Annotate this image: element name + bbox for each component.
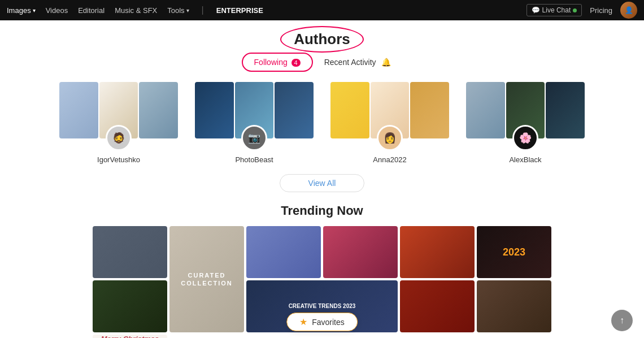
igor-name: IgorVetushko [97, 155, 140, 164]
nav-images-label: Images [7, 6, 31, 15]
anna-avatar: 👩 [377, 125, 403, 151]
author-images-alex: 🌸 [466, 82, 585, 138]
main-content: Authors Following 4 Recent Activity 🔔 🧔 … [0, 20, 644, 338]
author-images-igor: 🧔 [59, 82, 178, 138]
author-card-anna2022[interactable]: 👩 Anna2022 [330, 82, 449, 164]
bell-icon: 🔔 [381, 58, 391, 67]
favorites-bar[interactable]: ★ Favorites [286, 313, 358, 331]
pb-avatar: 📷 [241, 125, 267, 151]
navbar: Images ▾ Videos Editorial Music & SFX To… [0, 0, 644, 20]
nav-videos[interactable]: Videos [46, 6, 68, 15]
pb-img-1 [195, 82, 234, 138]
live-chat-button[interactable]: 💬 Live Chat [526, 4, 582, 16]
view-all-button[interactable]: View All [280, 174, 365, 192]
trending-pinecone[interactable] [477, 280, 551, 332]
author-card-photobeast[interactable]: 📷 PhotoBeast [195, 82, 314, 164]
following-badge: 4 [291, 59, 301, 67]
page-title: Authors [282, 29, 362, 49]
trending-santa2[interactable] [400, 280, 475, 332]
curated-text: CURATEDCOLLECTION [181, 271, 233, 288]
nav-left: Images ▾ Videos Editorial Music & SFX To… [7, 5, 263, 15]
live-chat-label: Live Chat [542, 6, 571, 14]
nav-enterprise[interactable]: ENTERPRISE [216, 6, 263, 15]
trending-redlight[interactable] [323, 226, 398, 278]
trending-wreath[interactable] [93, 280, 167, 332]
authors-title-wrap: Authors [282, 29, 362, 49]
tabs-row: Following 4 Recent Activity 🔔 [242, 53, 403, 72]
alex-img-1 [466, 82, 505, 138]
authors-grid: 🧔 IgorVetushko 📷 PhotoBeast 👩 Anna2022 [59, 82, 585, 164]
tab-following[interactable]: Following 4 [242, 53, 313, 72]
author-images-anna: 👩 [330, 82, 449, 138]
up-arrow-icon: ↑ [620, 315, 624, 326]
author-card-alexblack[interactable]: 🌸 AlexBlack [466, 82, 585, 164]
tools-chevron-icon: ▾ [186, 7, 189, 14]
anna-img-3 [410, 82, 449, 138]
trending-2023[interactable]: 2023 [477, 226, 551, 278]
alex-img-3 [546, 82, 585, 138]
year-label: 2023 [503, 246, 525, 258]
following-label: Following [254, 58, 288, 67]
alex-name: AlexBlack [509, 155, 541, 164]
trending-couple[interactable] [93, 226, 167, 278]
nav-divider: | [202, 5, 204, 15]
pb-img-3 [275, 82, 314, 138]
igor-avatar: 🧔 [106, 125, 132, 151]
author-card-igorvetushko[interactable]: 🧔 IgorVetushko [59, 82, 178, 164]
nav-right: 💬 Live Chat Pricing 👤 [526, 2, 637, 19]
tab-recent-activity[interactable]: Recent Activity 🔔 [313, 54, 403, 71]
trending-title: Trending Now [93, 203, 551, 218]
alex-avatar: 🌸 [512, 125, 538, 151]
trends-text: CREATIVE TRENDS 2023 [289, 302, 356, 310]
igor-img-1 [59, 82, 98, 138]
recent-activity-label: Recent Activity [324, 58, 376, 67]
nav-music-label: Music & SFX [115, 6, 157, 15]
images-chevron-icon: ▾ [33, 7, 36, 14]
trending-santa[interactable] [400, 226, 475, 278]
author-images-pb: 📷 [195, 82, 314, 138]
user-avatar[interactable]: 👤 [620, 2, 637, 19]
pricing-link[interactable]: Pricing [590, 6, 612, 15]
anna-img-1 [330, 82, 369, 138]
merry-text: Merry Christmas [101, 335, 159, 338]
nav-tools-label: Tools [167, 6, 184, 15]
favorites-star-icon: ★ [299, 317, 307, 327]
nav-music[interactable]: Music & SFX [115, 6, 157, 15]
trending-merry[interactable]: Merry Christmas [93, 335, 167, 338]
nav-tools[interactable]: Tools ▾ [167, 6, 189, 15]
favorites-label: Favorites [312, 318, 345, 327]
trending-curated[interactable]: CURATEDCOLLECTION [169, 226, 244, 332]
live-dot-icon [573, 8, 577, 12]
nav-editorial[interactable]: Editorial [78, 6, 105, 15]
trending-blue3d[interactable] [246, 226, 321, 278]
chat-icon: 💬 [532, 6, 540, 14]
nav-images[interactable]: Images ▾ [7, 6, 36, 15]
igor-img-3 [139, 82, 178, 138]
anna-name: Anna2022 [373, 155, 406, 164]
pb-name: PhotoBeast [235, 155, 273, 164]
back-to-top-button[interactable]: ↑ [611, 310, 633, 331]
